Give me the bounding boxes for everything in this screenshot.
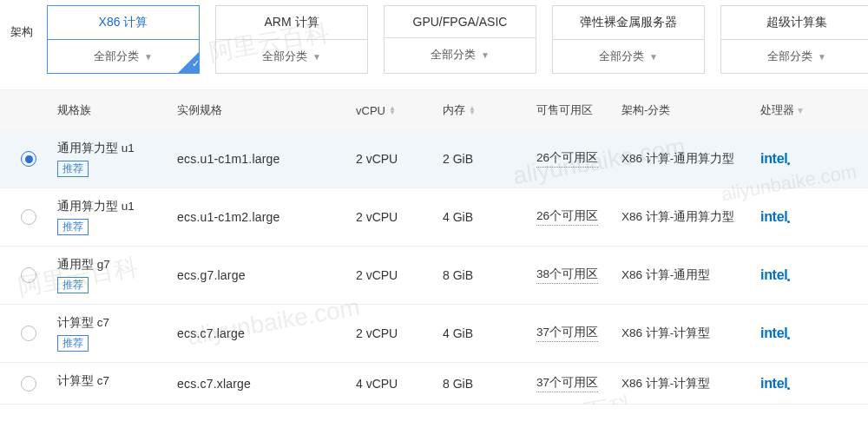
arch-tab-title: X86 计算 — [48, 6, 199, 40]
chevron-down-icon: ▼ — [481, 50, 490, 60]
row-mem: 2 GiB — [443, 152, 536, 166]
intel-logo: intel — [760, 376, 787, 392]
table-row[interactable]: 通用算力型 u1 推荐 ecs.u1-c1m2.large 2 vCPU 4 G… — [0, 188, 868, 247]
row-spec: ecs.g7.large — [177, 268, 356, 282]
chevron-down-icon: ▼ — [312, 52, 321, 62]
radio-button[interactable] — [21, 326, 36, 341]
row-proc: intel — [760, 209, 838, 225]
row-spec: ecs.c7.xlarge — [177, 377, 356, 391]
table-header: 规格族 实例规格 vCPU ▲▼ 内存 ▲▼ 可售可用区 架构-分类 处理器 ▾ — [0, 89, 868, 130]
intel-logo: intel — [760, 151, 787, 167]
col-vcpu-label: vCPU — [356, 104, 385, 117]
row-family-cell: 通用算力型 u1 推荐 — [57, 199, 177, 235]
col-vcpu[interactable]: vCPU ▲▼ — [356, 104, 443, 117]
arch-tab-subcategory-select[interactable]: 全部分类 ▼ — [385, 38, 536, 71]
row-family-cell: 通用型 g7 推荐 — [57, 257, 177, 293]
row-archcat: X86 计算-计算型 — [621, 376, 760, 392]
row-proc: intel — [760, 326, 838, 341]
zone-link[interactable]: 26个可用区 — [536, 150, 598, 168]
col-spec[interactable]: 实例规格 — [177, 102, 356, 118]
arch-tab[interactable]: GPU/FPGA/ASIC 全部分类 ▼ — [384, 5, 536, 74]
intel-logo: intel — [760, 326, 787, 341]
row-archcat: X86 计算-通用算力型 — [621, 209, 760, 225]
arch-tab-subcategory-select[interactable]: 全部分类 ▼ — [721, 40, 868, 73]
row-archcat: X86 计算-通用型 — [621, 267, 760, 283]
table-row[interactable]: 计算型 c7 推荐 ecs.c7.large 2 vCPU 4 GiB 37个可… — [0, 305, 868, 363]
radio-button[interactable] — [21, 209, 36, 225]
radio-button[interactable] — [21, 267, 36, 283]
intel-logo: intel — [760, 209, 787, 225]
arch-tab-select-label: 全部分类 — [599, 49, 644, 64]
table-row[interactable]: 通用算力型 u1 推荐 ecs.u1-c1m1.large 2 vCPU 2 G… — [0, 130, 868, 188]
col-family[interactable]: 规格族 — [57, 102, 177, 118]
filter-icon[interactable]: ▾ — [798, 104, 803, 116]
row-spec: ecs.u1-c1m1.large — [177, 152, 356, 166]
row-radio-cell — [0, 376, 57, 392]
zone-link[interactable]: 26个可用区 — [536, 208, 598, 226]
arch-tab[interactable]: 弹性裸金属服务器 全部分类 ▼ — [552, 5, 705, 74]
row-mem: 8 GiB — [443, 268, 536, 282]
row-radio-cell — [0, 326, 57, 341]
arch-tab-title: 超级计算集 — [721, 6, 868, 40]
arch-tab-select-label: 全部分类 — [262, 49, 307, 64]
instance-table: 规格族 实例规格 vCPU ▲▼ 内存 ▲▼ 可售可用区 架构-分类 处理器 ▾… — [0, 89, 868, 405]
row-family-cell: 计算型 c7 推荐 — [57, 315, 177, 352]
row-mem: 8 GiB — [443, 377, 536, 391]
row-spec: ecs.c7.large — [177, 326, 356, 340]
row-radio-cell — [0, 209, 57, 225]
arch-tab-title: ARM 计算 — [216, 6, 367, 40]
table-row[interactable]: 计算型 c7 ecs.c7.xlarge 4 vCPU 8 GiB 37个可用区… — [0, 363, 868, 405]
row-proc: intel — [760, 151, 838, 167]
col-mem[interactable]: 内存 ▲▼ — [443, 102, 536, 118]
arch-tab-subcategory-select[interactable]: 全部分类 ▼ — [553, 40, 704, 73]
col-proc-label: 处理器 — [760, 102, 794, 118]
zone-link[interactable]: 37个可用区 — [536, 325, 598, 342]
family-name: 通用算力型 u1 — [57, 141, 177, 156]
radio-button[interactable] — [21, 151, 36, 167]
row-zone: 37个可用区 — [536, 375, 621, 392]
arch-tab-subcategory-select[interactable]: 全部分类 ▼ — [48, 40, 199, 73]
row-spec: ecs.u1-c1m2.large — [177, 210, 356, 224]
arch-tab[interactable]: X86 计算 全部分类 ▼ — [47, 5, 200, 74]
architecture-filter-row: 架构 X86 计算 全部分类 ▼ ARM 计算 全部分类 ▼ GPU/FPGA/… — [0, 0, 868, 74]
row-zone: 38个可用区 — [536, 267, 621, 284]
chevron-down-icon: ▼ — [649, 52, 658, 62]
table-body: 通用算力型 u1 推荐 ecs.u1-c1m1.large 2 vCPU 2 G… — [0, 130, 868, 405]
row-archcat: X86 计算-计算型 — [621, 326, 760, 341]
row-archcat: X86 计算-通用算力型 — [621, 151, 760, 167]
arch-tab[interactable]: 超级计算集 全部分类 ▼ — [720, 5, 868, 74]
table-row[interactable]: 通用型 g7 推荐 ecs.g7.large 2 vCPU 8 GiB 38个可… — [0, 247, 868, 305]
recommended-tag: 推荐 — [57, 161, 89, 177]
intel-logo: intel — [760, 267, 787, 283]
col-archcat[interactable]: 架构-分类 — [621, 102, 760, 118]
row-vcpu: 2 vCPU — [356, 326, 443, 340]
family-name: 计算型 c7 — [57, 373, 177, 389]
arch-tab-subcategory-select[interactable]: 全部分类 ▼ — [216, 40, 367, 73]
row-vcpu: 2 vCPU — [356, 268, 443, 282]
zone-link[interactable]: 37个可用区 — [536, 375, 598, 392]
col-mem-label: 内存 — [443, 102, 465, 118]
architecture-label: 架构 — [0, 5, 47, 40]
arch-tab-title: GPU/FPGA/ASIC — [385, 6, 536, 38]
sort-icon[interactable]: ▲▼ — [469, 106, 476, 115]
selected-corner-check-icon — [178, 52, 199, 73]
row-proc: intel — [760, 376, 838, 392]
row-vcpu: 2 vCPU — [356, 210, 443, 224]
row-radio-cell — [0, 267, 57, 283]
col-zone[interactable]: 可售可用区 — [536, 102, 621, 118]
row-mem: 4 GiB — [443, 210, 536, 224]
recommended-tag: 推荐 — [57, 335, 89, 352]
arch-tab-title: 弹性裸金属服务器 — [553, 6, 704, 40]
col-proc[interactable]: 处理器 ▾ — [760, 102, 838, 118]
arch-tab-select-label: 全部分类 — [767, 49, 812, 64]
row-zone: 26个可用区 — [536, 150, 621, 168]
radio-button[interactable] — [21, 376, 36, 392]
family-name: 通用算力型 u1 — [57, 199, 177, 214]
row-proc: intel — [760, 267, 838, 283]
arch-tab-select-label: 全部分类 — [431, 47, 476, 63]
zone-link[interactable]: 38个可用区 — [536, 267, 598, 284]
arch-tab[interactable]: ARM 计算 全部分类 ▼ — [215, 5, 368, 74]
sort-icon[interactable]: ▲▼ — [389, 106, 396, 115]
row-mem: 4 GiB — [443, 326, 536, 340]
row-family-cell: 通用算力型 u1 推荐 — [57, 141, 177, 177]
